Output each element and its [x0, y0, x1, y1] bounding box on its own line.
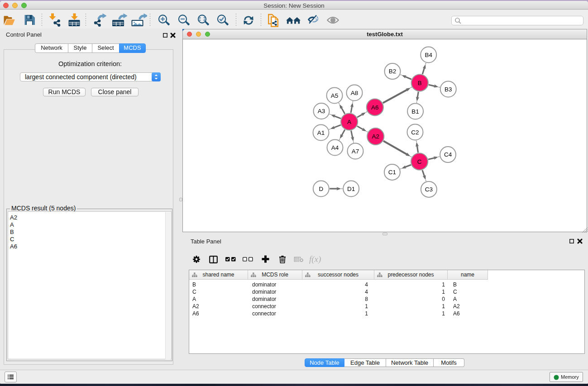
svg-text:C: C: [417, 158, 422, 165]
svg-text:B4: B4: [425, 52, 432, 58]
svg-text:C4: C4: [444, 151, 452, 158]
svg-text:C2: C2: [411, 129, 419, 136]
svg-text:A5: A5: [331, 92, 339, 99]
svg-text:A3: A3: [318, 108, 325, 114]
svg-text:B3: B3: [445, 86, 452, 93]
svg-text:D1: D1: [347, 186, 355, 192]
svg-text:D: D: [319, 186, 323, 192]
svg-text:C1: C1: [388, 169, 396, 176]
svg-text:A2: A2: [372, 133, 379, 140]
svg-text:A7: A7: [352, 148, 359, 155]
svg-text:A: A: [347, 119, 351, 125]
svg-text:C3: C3: [425, 186, 433, 193]
svg-text:A4: A4: [331, 144, 339, 151]
svg-text:A8: A8: [351, 90, 359, 96]
svg-text:B: B: [418, 80, 422, 86]
svg-text:A6: A6: [371, 104, 379, 111]
svg-text:B2: B2: [389, 68, 397, 75]
svg-text:B1: B1: [411, 108, 419, 115]
svg-text:A1: A1: [317, 129, 325, 136]
